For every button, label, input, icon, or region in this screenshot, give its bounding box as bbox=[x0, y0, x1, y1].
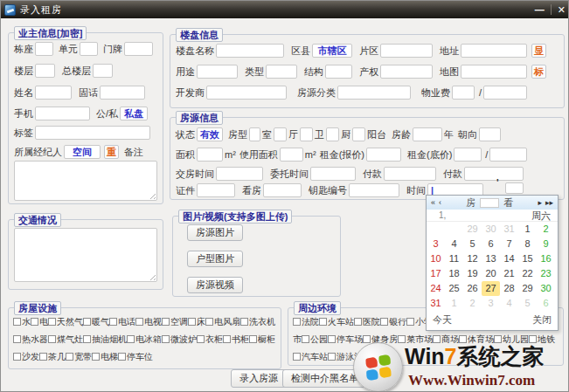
calendar-day[interactable]: 21 bbox=[500, 266, 518, 281]
calendar-day[interactable]: 29 bbox=[518, 281, 537, 296]
halls-input[interactable] bbox=[274, 127, 287, 141]
category-input[interactable] bbox=[337, 86, 411, 100]
checkbox[interactable] bbox=[205, 318, 213, 326]
calendar-day[interactable]: 1 bbox=[518, 222, 537, 237]
next-year-icon[interactable]: ▸▸ bbox=[545, 198, 553, 207]
house-photos-button[interactable]: 房源图片 bbox=[187, 224, 243, 241]
calendar-day[interactable]: 14 bbox=[500, 251, 518, 266]
calendar-day[interactable]: 8 bbox=[518, 237, 537, 251]
type-input[interactable] bbox=[266, 65, 297, 79]
calendar-day[interactable]: 3 bbox=[482, 296, 500, 311]
calendar-day[interactable]: 11 bbox=[445, 251, 463, 266]
fee-unit-input[interactable] bbox=[483, 86, 527, 100]
calendar-day[interactable]: 1 bbox=[445, 296, 463, 311]
floorplan-photos-button[interactable]: 户型图片 bbox=[187, 251, 243, 267]
calendar-day[interactable]: 31 bbox=[500, 222, 518, 237]
checkbox[interactable] bbox=[31, 318, 38, 326]
checkbox[interactable] bbox=[127, 335, 135, 343]
prev-month-icon[interactable]: ‹ bbox=[439, 198, 441, 207]
checkbox[interactable] bbox=[529, 335, 537, 343]
key-no-input[interactable] bbox=[349, 183, 399, 197]
calendar-day[interactable]: 18 bbox=[445, 266, 463, 281]
checkbox[interactable] bbox=[92, 353, 100, 361]
minimize-button[interactable]: — bbox=[535, 5, 545, 15]
balcony-input[interactable] bbox=[352, 127, 365, 141]
calendar-day[interactable]: 28 bbox=[500, 281, 518, 296]
calendar-day[interactable]: 30 bbox=[482, 222, 500, 237]
map-input[interactable] bbox=[461, 65, 527, 79]
checkbox[interactable] bbox=[118, 353, 126, 361]
checkbox[interactable] bbox=[162, 335, 170, 343]
calendar-day[interactable]: 31 bbox=[427, 296, 445, 311]
structure-input[interactable] bbox=[325, 65, 352, 79]
mark-button[interactable]: 标 bbox=[531, 65, 546, 79]
prev-year-icon[interactable]: « bbox=[431, 198, 435, 207]
calendar-day[interactable]: 17 bbox=[427, 266, 445, 281]
submit-listing-button[interactable]: 录入房源 bbox=[231, 369, 287, 388]
calendar-day[interactable]: 29 bbox=[463, 222, 482, 237]
checkbox[interactable] bbox=[293, 353, 301, 361]
rent-unit-input[interactable] bbox=[489, 148, 527, 162]
calendar-day[interactable]: 6 bbox=[482, 237, 500, 251]
calendar-day[interactable]: 24 bbox=[427, 281, 445, 296]
checkbox[interactable] bbox=[363, 335, 371, 343]
rooms-input[interactable] bbox=[249, 127, 260, 141]
traffic-textarea[interactable] bbox=[14, 228, 157, 282]
checkbox[interactable] bbox=[188, 318, 196, 326]
orientation-input[interactable] bbox=[479, 127, 501, 141]
checkbox[interactable] bbox=[83, 335, 91, 343]
county-value[interactable]: 市辖区 bbox=[312, 44, 352, 58]
checkbox[interactable] bbox=[135, 318, 143, 326]
checkbox[interactable] bbox=[223, 335, 231, 343]
checkbox[interactable] bbox=[380, 318, 388, 326]
area-input[interactable] bbox=[197, 148, 223, 162]
checkbox[interactable] bbox=[328, 335, 336, 343]
usage-input[interactable] bbox=[197, 65, 238, 79]
checkbox[interactable] bbox=[433, 335, 441, 343]
public-private-value[interactable]: 私盘 bbox=[120, 107, 148, 120]
calendar-day[interactable]: 12 bbox=[463, 251, 482, 266]
calendar-day[interactable]: 6 bbox=[537, 296, 555, 311]
agent-value[interactable]: 空间 bbox=[64, 145, 101, 159]
door-input[interactable] bbox=[124, 42, 153, 56]
checkbox[interactable] bbox=[328, 353, 336, 361]
checkbox[interactable] bbox=[240, 318, 248, 326]
checkbox[interactable] bbox=[319, 318, 327, 326]
checkbox[interactable] bbox=[459, 335, 467, 343]
ownership-input[interactable] bbox=[380, 65, 433, 79]
checkbox[interactable] bbox=[39, 353, 47, 361]
total-floor-input[interactable] bbox=[93, 64, 113, 78]
calendar-day-selected[interactable]: 27 bbox=[482, 281, 500, 296]
calendar-day[interactable]: 4 bbox=[500, 296, 518, 311]
checkbox[interactable] bbox=[406, 318, 414, 326]
checkbox[interactable] bbox=[302, 335, 309, 343]
checkbox[interactable] bbox=[83, 318, 91, 326]
close-link[interactable]: 关闭 bbox=[532, 313, 552, 327]
kitchens-input[interactable] bbox=[326, 127, 339, 141]
usable-area-input[interactable] bbox=[280, 148, 303, 162]
entrust-time-input[interactable] bbox=[310, 167, 356, 181]
calendar-day[interactable]: 15 bbox=[518, 251, 537, 266]
checkbox[interactable] bbox=[494, 335, 502, 343]
checkbox[interactable] bbox=[354, 318, 362, 326]
house-video-button[interactable]: 房源视频 bbox=[187, 277, 243, 293]
floor-input[interactable] bbox=[35, 64, 55, 78]
landline-input[interactable] bbox=[100, 86, 145, 100]
close-button[interactable]: ✕ bbox=[558, 5, 566, 15]
calendar-day[interactable]: 9 bbox=[537, 237, 555, 251]
property-fee-input[interactable] bbox=[452, 86, 475, 100]
checkbox[interactable] bbox=[66, 353, 73, 361]
calendar-day[interactable]: 3 bbox=[427, 237, 445, 251]
today-link[interactable]: 今天 bbox=[433, 313, 452, 327]
payment-input-1[interactable] bbox=[384, 167, 436, 181]
checkbox[interactable] bbox=[249, 335, 257, 343]
calendar-day[interactable]: 4 bbox=[445, 237, 463, 251]
checkbox[interactable] bbox=[162, 318, 170, 326]
checkbox[interactable] bbox=[109, 318, 117, 326]
checkbox[interactable] bbox=[48, 335, 56, 343]
mobile-input[interactable] bbox=[35, 107, 90, 120]
payment-input-2[interactable] bbox=[464, 167, 524, 181]
age-input[interactable] bbox=[413, 127, 442, 141]
rent-quote-input[interactable] bbox=[366, 148, 401, 162]
calendar-day[interactable]: 22 bbox=[518, 266, 537, 281]
